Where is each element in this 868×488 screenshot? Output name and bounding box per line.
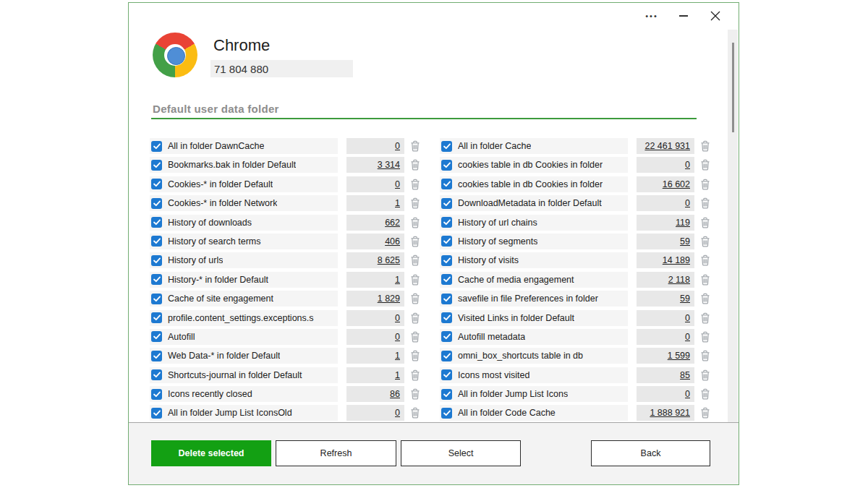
row-value-link[interactable]: 1 <box>346 272 404 288</box>
row-value-link[interactable]: 0 <box>637 310 694 326</box>
trash-icon-button[interactable] <box>409 349 421 362</box>
row-checkbox[interactable] <box>441 351 452 361</box>
trash-icon-button[interactable] <box>699 349 711 362</box>
row-value-link[interactable]: 59 <box>637 234 694 249</box>
row-checkbox[interactable] <box>151 198 162 209</box>
trash-icon-button[interactable] <box>699 388 711 401</box>
row-value-link[interactable]: 0 <box>346 138 404 154</box>
row-value-link[interactable]: 0 <box>346 405 404 421</box>
row-checkbox[interactable] <box>151 312 162 323</box>
row-value-link[interactable]: 1 <box>346 367 404 383</box>
trash-icon-button[interactable] <box>409 388 421 401</box>
row-value-link[interactable]: 119 <box>637 215 694 231</box>
row-value-link[interactable]: 0 <box>346 310 404 326</box>
row-checkbox[interactable] <box>441 141 452 152</box>
row-checkbox[interactable] <box>151 179 162 189</box>
row-checkbox[interactable] <box>151 274 162 285</box>
row-checkbox[interactable] <box>151 217 162 228</box>
row-checkbox[interactable] <box>151 160 162 171</box>
trash-icon-button[interactable] <box>699 406 711 419</box>
row-value-link[interactable]: 1 <box>346 195 404 211</box>
scrollbar-thumb[interactable] <box>732 43 734 132</box>
trash-icon-button[interactable] <box>699 312 711 325</box>
trash-icon-button[interactable] <box>699 330 711 343</box>
trash-icon-button[interactable] <box>699 292 711 305</box>
delete-selected-button[interactable]: Delete selected <box>151 440 271 466</box>
row-checkbox[interactable] <box>441 179 452 189</box>
row-checkbox[interactable] <box>151 294 162 304</box>
trash-icon-button[interactable] <box>699 235 711 248</box>
trash-icon-button[interactable] <box>409 235 421 248</box>
row-value-link[interactable]: 3 314 <box>346 157 404 173</box>
row-value-link[interactable]: 1 888 921 <box>637 405 694 421</box>
trash-icon-button[interactable] <box>699 158 711 171</box>
row-checkbox[interactable] <box>441 408 452 419</box>
trash-icon-button[interactable] <box>699 254 711 267</box>
row-checkbox[interactable] <box>151 351 162 361</box>
trash-icon-button[interactable] <box>409 273 421 286</box>
trash-icon-button[interactable] <box>409 292 421 305</box>
row-value-link[interactable]: 2 118 <box>637 272 694 288</box>
row-value-link[interactable]: 1 829 <box>346 291 404 307</box>
trash-icon-button[interactable] <box>409 312 421 325</box>
trash-icon-button[interactable] <box>699 216 711 229</box>
row-checkbox[interactable] <box>441 369 452 380</box>
row-value-link[interactable]: 16 602 <box>637 176 694 192</box>
trash-icon-button[interactable] <box>409 254 421 267</box>
row-value-link[interactable]: 0 <box>637 386 694 402</box>
row-checkbox[interactable] <box>151 408 162 419</box>
trash-icon-button[interactable] <box>409 369 421 382</box>
row-checkbox[interactable] <box>441 389 452 400</box>
list-item: All in folder Code Cache 1 888 921 <box>440 405 712 421</box>
trash-icon-button[interactable] <box>409 330 421 343</box>
row-checkbox[interactable] <box>441 294 452 304</box>
row-checkbox[interactable] <box>441 160 452 171</box>
row-value-link[interactable]: 14 189 <box>637 252 694 268</box>
back-button[interactable]: Back <box>591 440 710 466</box>
row-value-link[interactable]: 86 <box>346 386 404 402</box>
row-value-link[interactable]: 0 <box>346 176 404 192</box>
row-value-link[interactable]: 0 <box>637 195 694 211</box>
row-checkbox[interactable] <box>441 198 452 209</box>
trash-icon-button[interactable] <box>699 178 711 191</box>
trash-icon-button[interactable] <box>699 273 711 286</box>
row-value-link[interactable]: 0 <box>346 329 404 345</box>
row-checkbox[interactable] <box>151 141 162 152</box>
row-value-link[interactable]: 8 625 <box>346 252 404 268</box>
select-button[interactable]: Select <box>401 440 521 466</box>
trash-icon-button[interactable] <box>699 140 711 153</box>
row-value-link[interactable]: 59 <box>637 291 694 307</box>
minimize-icon[interactable] <box>673 6 694 26</box>
trash-icon-button[interactable] <box>409 158 421 171</box>
row-value-link[interactable]: 0 <box>637 329 694 345</box>
row-checkbox[interactable] <box>441 217 452 228</box>
trash-icon-button[interactable] <box>699 369 711 382</box>
row-checkbox[interactable] <box>441 312 452 323</box>
scrollbar[interactable] <box>728 30 738 423</box>
trash-icon-button[interactable] <box>409 197 421 210</box>
trash-icon-button[interactable] <box>409 216 421 229</box>
row-checkbox[interactable] <box>441 236 452 247</box>
row-value-link[interactable]: 1 <box>346 348 404 364</box>
row-value-link[interactable]: 1 599 <box>637 348 694 364</box>
trash-icon-button[interactable] <box>409 178 421 191</box>
trash-icon-button[interactable] <box>409 406 421 419</box>
close-icon[interactable] <box>705 6 726 26</box>
trash-icon-button[interactable] <box>699 197 711 210</box>
trash-icon-button[interactable] <box>409 140 421 153</box>
refresh-button[interactable]: Refresh <box>276 440 396 466</box>
row-value-link[interactable]: 22 461 931 <box>637 138 694 154</box>
menu-ellipsis-icon[interactable]: ••• <box>642 6 662 26</box>
row-value-link[interactable]: 85 <box>637 367 694 383</box>
row-checkbox[interactable] <box>151 255 162 266</box>
row-checkbox[interactable] <box>441 274 452 285</box>
row-value-link[interactable]: 0 <box>637 157 694 173</box>
row-checkbox[interactable] <box>151 331 162 342</box>
row-value-link[interactable]: 662 <box>346 215 404 231</box>
row-checkbox[interactable] <box>151 389 162 400</box>
row-checkbox[interactable] <box>441 255 452 266</box>
row-checkbox[interactable] <box>441 331 452 342</box>
row-value-link[interactable]: 406 <box>346 234 404 249</box>
row-checkbox[interactable] <box>151 236 162 247</box>
row-checkbox[interactable] <box>151 369 162 380</box>
